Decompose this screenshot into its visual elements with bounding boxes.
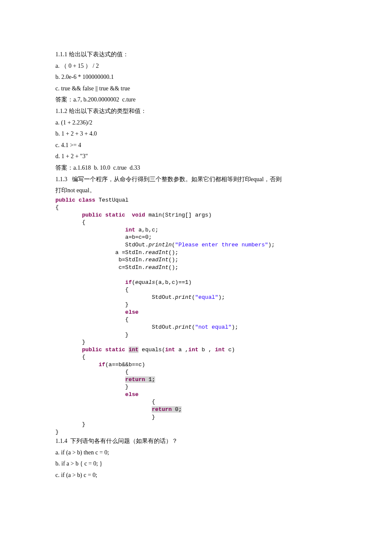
q2-answer: 答案：a.1.618 b. 10.0 c.true d.33	[55, 162, 337, 174]
readint-call: readInt	[145, 249, 169, 256]
q4-title: 1.1.4 下列语句各有什么问题（如果有的话）？	[55, 436, 337, 447]
indent	[55, 347, 82, 353]
indent	[55, 361, 98, 368]
brace-close: }	[55, 301, 129, 308]
brace-open: {	[55, 204, 59, 211]
q2-a: a. (1 + 2.236)/2	[55, 117, 337, 129]
code-block: public class TestUqual { public static v…	[55, 197, 337, 436]
equals-call: equals	[135, 279, 155, 286]
equals-sig: c)	[225, 347, 235, 353]
return-value-highlight: 1;	[145, 376, 155, 383]
keyword-return-highlight: return	[152, 406, 172, 413]
stdout-prefix: StdOut.	[55, 242, 148, 248]
brace-open: {	[55, 286, 129, 293]
keyword-public-class: public class	[55, 197, 95, 203]
keyword-int: int	[215, 347, 225, 353]
if-indent	[55, 279, 125, 286]
string-prompt: "Please enter three numbers"	[175, 242, 268, 248]
brace-open: {	[55, 369, 129, 375]
q1-answer: 答案：a.7, b.200.0000002 c.ture	[55, 94, 337, 106]
keyword-void: void	[132, 212, 145, 218]
keyword-int: int	[125, 227, 135, 233]
keyword-return-highlight: return	[125, 376, 145, 383]
var-init: a=b=c=0;	[55, 234, 152, 240]
string-not-equal: "not equal"	[195, 324, 232, 330]
brace-close: }	[55, 421, 85, 428]
equals-sig: a ,	[175, 347, 188, 353]
brace-open: {	[55, 316, 129, 323]
q1-a: a. （ 0 + 15 ） / 2	[55, 61, 337, 72]
print-prefix: StdOut.	[55, 324, 175, 330]
read-a: a =StdIn.	[55, 249, 145, 256]
document-page: 1.1.1 给出以下表达式的值： a. （ 0 + 15 ） / 2 b. 2.…	[0, 0, 392, 555]
q4-c: c. if (a > b) c = 0;	[55, 470, 337, 481]
q2-d: d. 1 + 2 + "3"	[55, 151, 337, 162]
print-call: print	[175, 324, 192, 330]
brace-close: }	[55, 339, 85, 345]
brace-open: {	[55, 354, 85, 360]
println-call: println	[148, 242, 172, 248]
brace-open: {	[55, 219, 85, 225]
keyword-if: if	[125, 279, 132, 286]
read-b: b=StdIn.	[55, 257, 145, 263]
q3-title-line1: 1.1.3 编写一个程序，从命令行得到三个整数参数。如果它们都相等则打印equa…	[55, 174, 337, 185]
string-equal: "equal"	[195, 294, 219, 301]
print-prefix: StdOut.	[55, 294, 175, 301]
print-call: print	[175, 294, 192, 301]
readint-call: readInt	[145, 257, 169, 263]
q4-a: a. if (a > b) then c = 0;	[55, 447, 337, 459]
brace-close: }	[55, 429, 59, 435]
else-indent	[55, 309, 125, 315]
keyword-public-static: public static	[82, 212, 125, 218]
var-decl: a,b,c;	[135, 227, 159, 233]
q3-title-line2: 打印not equal。	[55, 185, 337, 197]
q2-b: b. 1 + 2 + 3 + 4.0	[55, 128, 337, 140]
read-c: c=StdIn.	[55, 264, 145, 271]
class-name: TestUqual	[95, 197, 129, 203]
keyword-else: else	[125, 391, 138, 398]
main-signature: main(String[] args)	[145, 212, 212, 218]
keyword-int: int	[165, 347, 175, 353]
brace-close: }	[55, 384, 129, 390]
if-cond-2: (a==b&&b==c)	[105, 361, 145, 368]
equals-args: (a,b,c)==1)	[155, 279, 192, 286]
q1-b: b. 2.0e-6 * 100000000.1	[55, 72, 337, 83]
keyword-public-static: public static	[82, 347, 125, 353]
paren-semi: ();	[168, 264, 178, 271]
q4-b: b. if a > b { c = 0; }	[55, 458, 337, 470]
keyword-int: int	[188, 347, 198, 353]
paren-semi: ();	[168, 257, 178, 263]
equals-sig: b ,	[199, 347, 215, 353]
keyword-int-highlight: int	[129, 347, 138, 353]
keyword-if: if	[98, 361, 105, 368]
q1-c: c. true && false || true && true	[55, 83, 337, 95]
else-indent	[55, 391, 125, 398]
readint-call: readInt	[145, 264, 169, 271]
q2-title: 1.1.2 给出以下表达式的类型和值：	[55, 106, 337, 117]
paren-semi: ();	[168, 249, 178, 256]
return-value-highlight: 0;	[172, 406, 182, 413]
equals-sig: equals(	[138, 347, 165, 353]
keyword-else: else	[125, 309, 138, 315]
q2-c: c. 4.1 >= 4	[55, 140, 337, 151]
q1-title: 1.1.1 给出以下表达式的值：	[55, 49, 337, 61]
brace-close: }	[55, 332, 129, 338]
indent	[55, 212, 82, 218]
